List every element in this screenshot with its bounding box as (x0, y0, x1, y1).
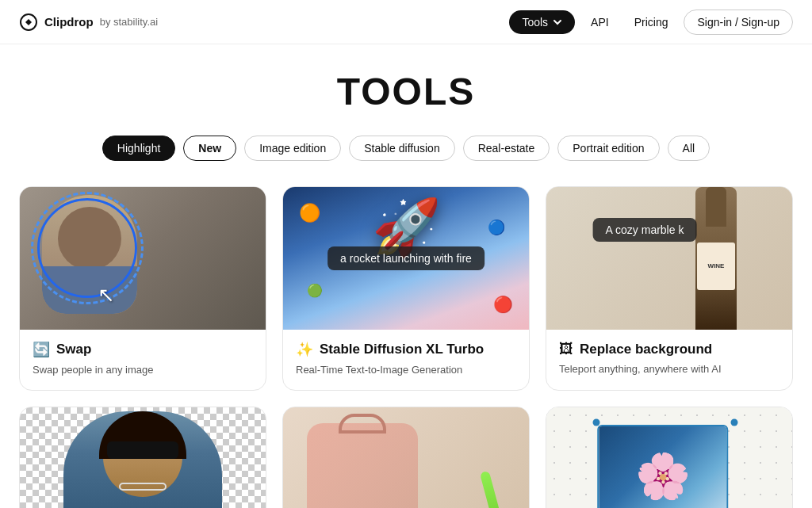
api-nav-button[interactable]: API (581, 10, 619, 34)
logo[interactable]: Clipdrop by stability.ai (19, 13, 158, 32)
swap-title: Swap (56, 342, 91, 357)
tool-card-body-sdxl: ✨ Stable Diffusion XL Turbo Real-Time Te… (283, 330, 529, 390)
sdxl-desc: Real-Time Text-to-Image Generation (296, 363, 516, 377)
clipdrop-logo-icon (19, 13, 38, 32)
signin-button[interactable]: Sign-in / Sign-up (684, 10, 793, 35)
tools-nav-label: Tools (522, 16, 548, 29)
tool-card-sdxl[interactable]: 🚀 🟠 🔵 🟢 🔴 a rocket launching with fire ✨… (282, 186, 530, 391)
tool-image-uncrop: 🌸 (546, 407, 792, 508)
tool-image-replace-bg: WINE A cozy marble k (546, 187, 792, 330)
filter-real-estate[interactable]: Real-estate (463, 136, 550, 161)
tool-image-swap: ↖ (20, 187, 266, 330)
cursor-icon: ↖ (98, 283, 115, 307)
tool-image-cleanup (283, 407, 529, 508)
tool-image-remove-bg (20, 407, 266, 508)
replace-bg-icon: 🖼 (559, 341, 573, 357)
filter-image-edition[interactable]: Image edition (244, 136, 341, 161)
swap-icon: 🔄 (33, 341, 50, 358)
tools-grid: ↖ 🔄 Swap Swap people in any image 🚀 🟠 🔵 … (19, 186, 793, 508)
tool-card-cleanup[interactable]: ◆ Cleanup Remove objects, people, text a… (282, 407, 530, 508)
tool-card-body-replace-bg: 🖼 Replace background Teleport anything, … (546, 330, 792, 389)
filter-row: Highlight New Image edition Stable diffu… (19, 136, 793, 161)
header-nav: Tools API Pricing Sign-in / Sign-up (509, 10, 793, 35)
tool-card-replace-bg[interactable]: WINE A cozy marble k 🖼 Replace backgroun… (546, 186, 793, 391)
filter-new[interactable]: New (183, 136, 236, 161)
main-content: TOOLS Highlight New Image edition Stable… (0, 44, 812, 508)
tool-card-remove-bg[interactable]: ✂ Remove background Remove the backgroun… (19, 407, 266, 508)
filter-highlight[interactable]: Highlight (102, 136, 175, 161)
logo-sub: by stability.ai (100, 16, 158, 28)
page-title: TOOLS (19, 70, 793, 113)
tool-image-sdxl: 🚀 🟠 🔵 🟢 🔴 a rocket launching with fire (283, 187, 529, 330)
replace-bg-title: Replace background (580, 342, 712, 357)
pricing-nav-button[interactable]: Pricing (625, 10, 678, 34)
tool-card-swap[interactable]: ↖ 🔄 Swap Swap people in any image (19, 186, 266, 391)
logo-text: Clipdrop (44, 15, 94, 29)
filter-all[interactable]: All (668, 136, 710, 161)
filter-portrait-edition[interactable]: Portrait edition (557, 136, 659, 161)
sdxl-title: Stable Diffusion XL Turbo (320, 342, 484, 357)
filter-stable-diffusion[interactable]: Stable diffusion (349, 136, 454, 161)
header: Clipdrop by stability.ai Tools API Prici… (0, 0, 812, 44)
swap-desc: Swap people in any image (33, 363, 253, 377)
tool-card-uncrop[interactable]: 🌸 ↔ Uncrop Expand your images beyond the… (546, 407, 793, 508)
chevron-down-icon (553, 17, 562, 27)
replace-bg-desc: Teleport anything, anywhere with AI (559, 362, 779, 376)
sdxl-icon: ✨ (296, 341, 313, 358)
tool-card-body-swap: 🔄 Swap Swap people in any image (20, 330, 266, 390)
tools-nav-button[interactable]: Tools (509, 10, 575, 34)
